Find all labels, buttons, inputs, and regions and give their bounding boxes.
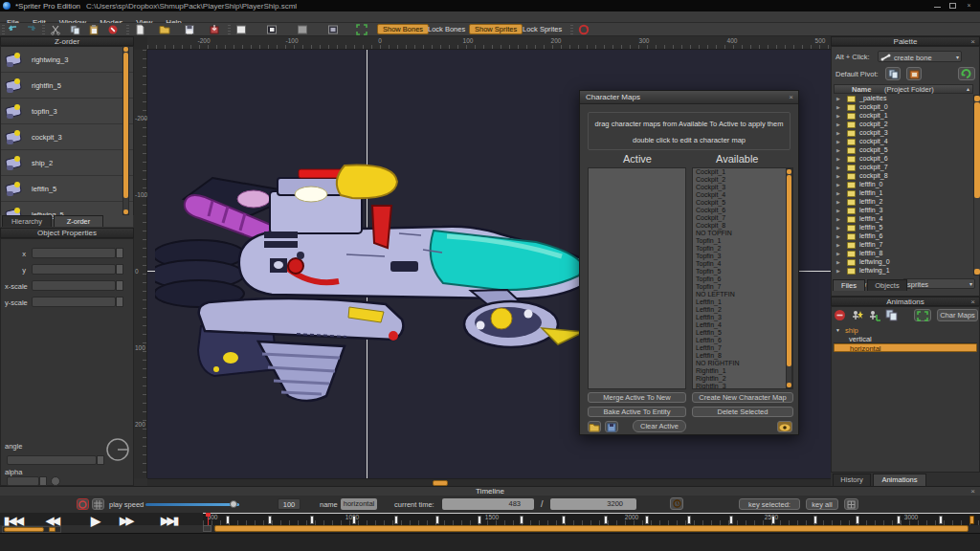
- merge-active-button[interactable]: Merge Active To New: [588, 392, 686, 403]
- zorder-item[interactable]: leftfin_5: [1, 176, 133, 202]
- expand-arrow-icon[interactable]: ▶: [836, 199, 840, 205]
- file-tree-row[interactable]: ▶ _palettes: [834, 95, 973, 103]
- show-sprites-toggle[interactable]: Show Sprites: [469, 24, 523, 34]
- expand-arrow-icon[interactable]: ▶: [836, 104, 840, 110]
- zorder-panel-header[interactable]: Z-order: [0, 36, 134, 46]
- available-item[interactable]: Cockpit_8: [693, 222, 792, 230]
- load-charmap-icon[interactable]: [588, 421, 601, 432]
- view-mode-inset-icon[interactable]: [327, 24, 339, 35]
- available-item[interactable]: Rightfin_3: [693, 383, 792, 389]
- clear-active-button[interactable]: Clear Active: [633, 420, 686, 432]
- available-item[interactable]: Leftfin_8: [693, 352, 792, 360]
- animation-name-value[interactable]: horizontal: [341, 498, 377, 510]
- file-tree-row[interactable]: ▶ leftfin_7: [834, 241, 973, 250]
- record-icon[interactable]: [77, 498, 89, 510]
- zorder-item[interactable]: ship_2: [1, 150, 133, 176]
- open-folder-icon[interactable]: [159, 24, 170, 35]
- next-key-button[interactable]: ▶▶: [120, 513, 132, 529]
- drag-items-dropdown[interactable]: sprites ▾: [902, 278, 975, 289]
- entity-name[interactable]: ship: [845, 326, 858, 335]
- available-item[interactable]: Leftfin_3: [693, 314, 792, 321]
- new-animation-icon[interactable]: [851, 309, 864, 321]
- available-item[interactable]: Leftfin_6: [693, 337, 792, 344]
- file-tree-row[interactable]: ▶ cockpit_4: [834, 138, 973, 146]
- file-tree-row[interactable]: ▶ leftfin_0: [834, 181, 973, 189]
- collapse-arrow-icon[interactable]: ▼: [835, 327, 840, 333]
- file-tree-row[interactable]: ▶ leftfin_2: [834, 198, 973, 207]
- undo-icon[interactable]: [8, 24, 19, 35]
- yscale-spinner[interactable]: [116, 297, 123, 307]
- expand-arrow-icon[interactable]: ▶: [836, 216, 840, 222]
- xscale-field[interactable]: [32, 280, 116, 291]
- copy-animation-icon[interactable]: [885, 309, 899, 321]
- expand-arrow-icon[interactable]: ▶: [836, 259, 840, 265]
- char-maps-button[interactable]: Char Maps: [937, 309, 978, 321]
- file-tree-row[interactable]: ▶ cockpit_7: [834, 164, 973, 172]
- jump-end-button[interactable]: ▶▶▮: [161, 513, 177, 529]
- available-item[interactable]: Rightfin_2: [693, 375, 792, 383]
- set-length-icon[interactable]: [670, 497, 683, 510]
- tab-objects[interactable]: Objects: [867, 279, 907, 291]
- available-item[interactable]: Leftfin_4: [693, 321, 792, 329]
- expand-arrow-icon[interactable]: ▶: [836, 268, 840, 274]
- available-item[interactable]: Leftfin_2: [693, 306, 792, 314]
- duplicate-animation-icon[interactable]: [868, 309, 881, 321]
- file-tree-row[interactable]: ▶ cockpit_6: [834, 155, 973, 164]
- expand-arrow-icon[interactable]: ▶: [836, 182, 840, 187]
- new-file-icon[interactable]: [134, 24, 145, 35]
- zorder-item[interactable]: rightfin_5: [1, 73, 133, 99]
- object-properties-header[interactable]: Object Properties: [0, 228, 134, 238]
- expand-arrow-icon[interactable]: ▶: [836, 147, 840, 153]
- x-field[interactable]: [32, 248, 116, 258]
- animations-panel-header[interactable]: Animations ×: [831, 297, 980, 306]
- xscale-spinner[interactable]: [116, 280, 123, 291]
- key-selected-button[interactable]: key selected:: [739, 498, 800, 510]
- file-tree-row[interactable]: ▶ leftfin_6: [834, 232, 973, 241]
- timeline-zoom-button[interactable]: [49, 527, 56, 532]
- key-all-button[interactable]: key all: [806, 498, 838, 510]
- expand-arrow-icon[interactable]: ▶: [836, 139, 840, 144]
- available-item[interactable]: Cockpit_7: [693, 214, 792, 222]
- available-item[interactable]: Topfin_4: [693, 260, 792, 268]
- file-tree[interactable]: ▶ _palettes ▶ cockpit_0 ▶ cockpit_1: [834, 95, 973, 276]
- available-scrollbar[interactable]: [786, 168, 792, 388]
- tab-history[interactable]: History: [833, 474, 871, 486]
- dialog-close-icon[interactable]: ×: [789, 94, 793, 101]
- view-mode-gray-icon[interactable]: [297, 24, 308, 35]
- file-tree-row[interactable]: ▶ leftfin_8: [834, 250, 973, 258]
- delete-selected-button[interactable]: Delete Selected: [692, 407, 793, 417]
- pivot-box-icon[interactable]: [906, 67, 922, 80]
- palette-panel-header[interactable]: Palette ×: [831, 36, 980, 46]
- file-tree-row[interactable]: ▶ leftfin_3: [834, 207, 973, 215]
- tab-zorder[interactable]: Z-order: [54, 215, 103, 227]
- expand-arrow-icon[interactable]: ▶: [836, 233, 840, 239]
- palette-close-icon[interactable]: ×: [970, 38, 975, 46]
- name-column-header[interactable]: Name: [852, 85, 871, 94]
- active-list[interactable]: [588, 167, 686, 389]
- total-time-field[interactable]: 3200: [550, 498, 636, 510]
- available-list[interactable]: Cockpit_1Cockpit_2Cockpit_3Cockpit_4Cock…: [692, 167, 793, 389]
- sort-icon[interactable]: ▴: [967, 85, 969, 92]
- show-bones-toggle[interactable]: Show Bones: [377, 24, 429, 34]
- animations-close-icon[interactable]: ×: [970, 298, 975, 306]
- play-speed-slider[interactable]: [145, 503, 239, 506]
- y-field[interactable]: [32, 264, 116, 275]
- play-button[interactable]: ▶: [91, 513, 99, 529]
- zorder-list[interactable]: rightwing_3 rightfin_5 topfin_3 cockpit_…: [0, 46, 134, 215]
- y-spinner[interactable]: [116, 264, 123, 275]
- file-tree-row[interactable]: ▶ leftfin_4: [834, 215, 973, 224]
- file-tree-row[interactable]: ▶ cockpit_8: [834, 172, 973, 181]
- tab-animations[interactable]: Animations: [873, 474, 926, 486]
- fit-screen-icon[interactable]: [356, 24, 368, 35]
- available-item[interactable]: NO LEFTFIN: [693, 291, 792, 298]
- lock-bones-toggle[interactable]: Lock Bones: [428, 25, 465, 33]
- zorder-item[interactable]: cockpit_3: [1, 124, 133, 150]
- available-item[interactable]: Topfin_6: [693, 276, 792, 283]
- timeline-ruler[interactable]: 50010001500200025003000: [203, 513, 980, 525]
- available-item[interactable]: Cockpit_5: [693, 199, 792, 207]
- delete-animation-icon[interactable]: [834, 309, 847, 321]
- cut-icon[interactable]: [50, 24, 61, 35]
- expand-arrow-icon[interactable]: ▶: [836, 190, 840, 196]
- redo-icon[interactable]: [25, 24, 36, 35]
- angle-field[interactable]: [7, 455, 97, 465]
